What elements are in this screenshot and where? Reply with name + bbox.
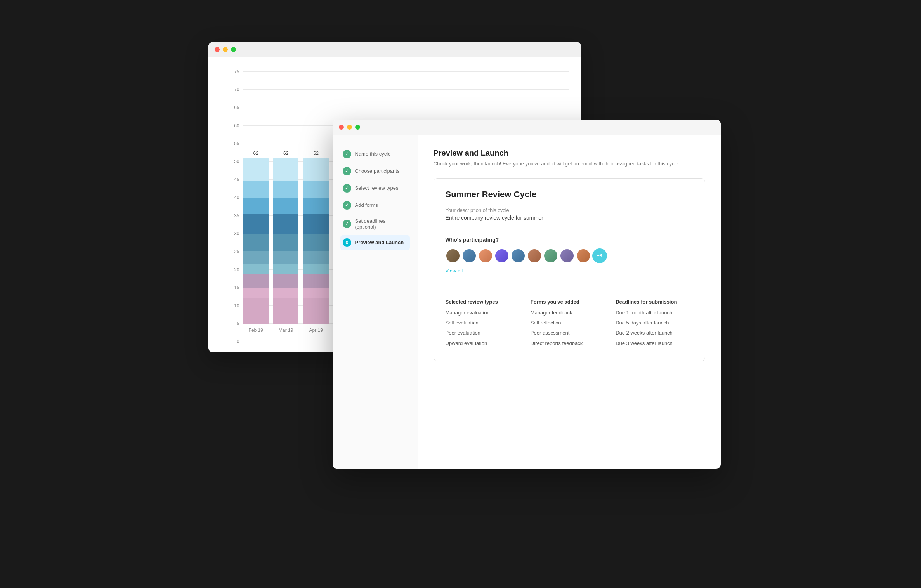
step-name-cycle[interactable]: ✓ Name this cycle: [340, 147, 410, 161]
step-deadlines[interactable]: ✓ Set deadlines (optional): [340, 215, 410, 233]
avatar-2: [462, 248, 477, 263]
col-3-header: Deadlines for submission: [616, 299, 693, 305]
grid-label-20: 20: [228, 267, 239, 272]
grid-label-45: 45: [228, 177, 239, 182]
col-3-item-2: Due 5 days after launch: [616, 319, 693, 326]
divider-1: [446, 229, 693, 229]
participants-label: Who's participating?: [446, 237, 693, 243]
avatars-row: +8: [446, 248, 693, 263]
step-2-indicator: ✓: [343, 167, 351, 175]
bar-mar19: 62 Mar 19: [273, 151, 298, 333]
step-2-label: Choose participants: [355, 168, 400, 174]
step-4-label: Add forms: [355, 202, 378, 208]
grid-label-55: 55: [228, 141, 239, 146]
bar-xlabel: Mar 19: [279, 328, 293, 333]
col-1-item-4: Upward evaluation: [446, 340, 523, 347]
grid-label-60: 60: [228, 123, 239, 128]
wizard-maximize-button[interactable]: [355, 125, 360, 130]
step-3-indicator: ✓: [343, 184, 351, 193]
col-1-header: Selected review types: [446, 299, 523, 305]
col-3-item-4: Due 3 weeks after launch: [616, 340, 693, 347]
divider-2: [446, 291, 693, 291]
grid-label-70: 70: [228, 87, 239, 92]
avatar-7: [543, 248, 558, 263]
step-1-label: Name this cycle: [355, 151, 391, 157]
step-4-indicator: ✓: [343, 201, 351, 210]
col-2-item-4: Direct reports feedback: [531, 340, 608, 347]
grid-label-5: 5: [228, 321, 239, 326]
avatar-6: [527, 248, 542, 263]
column-forms: Forms you've added Manager feedback Self…: [531, 299, 608, 350]
grid-label-40: 40: [228, 195, 239, 200]
column-deadlines: Deadlines for submission Due 1 month aft…: [616, 299, 693, 350]
avatar-more-count: +8: [592, 248, 607, 263]
wizard-close-button[interactable]: [339, 125, 344, 130]
description-label: Your description of this cycle: [446, 207, 693, 213]
col-1-item-2: Self evaluation: [446, 319, 523, 326]
col-3-item-1: Due 1 month after launch: [616, 309, 693, 316]
wizard-sidebar: ✓ Name this cycle ✓ Choose participants …: [333, 135, 418, 469]
grid-label-50: 50: [228, 159, 239, 164]
wizard-minimize-button[interactable]: [347, 125, 352, 130]
grid-label-25: 25: [228, 249, 239, 254]
avatar-8: [560, 248, 574, 263]
scene: 75 70 65 60 55 50 45 40 35 30 25 20 15 1…: [208, 42, 713, 546]
col-2-item-1: Manager feedback: [531, 309, 608, 316]
avatar-4: [494, 248, 509, 263]
column-review-types: Selected review types Manager evaluation…: [446, 299, 523, 350]
step-preview-launch[interactable]: 6 Preview and Launch: [340, 235, 410, 250]
col-2-item-2: Self reflection: [531, 319, 608, 326]
step-5-label: Set deadlines (optional): [355, 218, 408, 230]
description-value: Entire company review cycle for summer: [446, 215, 693, 221]
grid-label-75: 75: [228, 69, 239, 75]
col-2-header: Forms you've added: [531, 299, 608, 305]
page-title: Preview and Launch: [434, 149, 705, 158]
step-choose-participants[interactable]: ✓ Choose participants: [340, 164, 410, 179]
col-3-item-3: Due 2 weeks after launch: [616, 330, 693, 336]
minimize-button[interactable]: [223, 47, 228, 52]
bar-xlabel: Feb 19: [249, 328, 263, 333]
bar-feb19: 62 Feb 19: [243, 151, 269, 333]
bar-top-label: 62: [313, 151, 318, 156]
avatar-5: [511, 248, 526, 263]
cycle-name: Summer Review Cycle: [446, 189, 693, 199]
wizard-main-content: Preview and Launch Check your work, then…: [418, 135, 721, 469]
grid-label-30: 30: [228, 231, 239, 236]
col-1-item-1: Manager evaluation: [446, 309, 523, 316]
page-subtitle: Check your work, then launch! Everyone y…: [434, 160, 705, 168]
step-1-indicator: ✓: [343, 150, 351, 158]
avatar-3: [478, 248, 493, 263]
view-all-link[interactable]: View all: [446, 268, 463, 274]
step-6-indicator: 6: [343, 238, 351, 247]
chart-titlebar: [208, 42, 581, 57]
bar-xlabel: Apr 19: [309, 328, 323, 333]
step-add-forms[interactable]: ✓ Add forms: [340, 198, 410, 213]
step-5-indicator: ✓: [343, 220, 351, 228]
grid-label-65: 65: [228, 105, 239, 110]
bar-top-label: 62: [283, 151, 288, 156]
step-6-label: Preview and Launch: [355, 239, 404, 245]
wizard-window: ✓ Name this cycle ✓ Choose participants …: [333, 120, 721, 469]
avatar-extra-count: +8: [597, 253, 602, 258]
maximize-button[interactable]: [231, 47, 236, 52]
wizard-titlebar: [333, 120, 721, 135]
step-3-label: Select review types: [355, 185, 399, 191]
col-2-item-3: Peer assessment: [531, 330, 608, 336]
avatar-9: [576, 248, 591, 263]
grid-label-15: 15: [228, 285, 239, 290]
wizard-body: ✓ Name this cycle ✓ Choose participants …: [333, 135, 721, 469]
grid-label-10: 10: [228, 303, 239, 309]
avatar-1: [446, 248, 460, 263]
bar-top-label: 62: [253, 151, 258, 156]
grid-label-0: 0: [228, 339, 239, 344]
three-columns: Selected review types Manager evaluation…: [446, 299, 693, 350]
bar-apr19: 62 Apr 19: [303, 151, 328, 333]
col-1-item-3: Peer evaluation: [446, 330, 523, 336]
grid-label-35: 35: [228, 213, 239, 219]
step-review-types[interactable]: ✓ Select review types: [340, 181, 410, 196]
close-button[interactable]: [215, 47, 220, 52]
review-summary-card: Summer Review Cycle Your description of …: [434, 178, 705, 361]
